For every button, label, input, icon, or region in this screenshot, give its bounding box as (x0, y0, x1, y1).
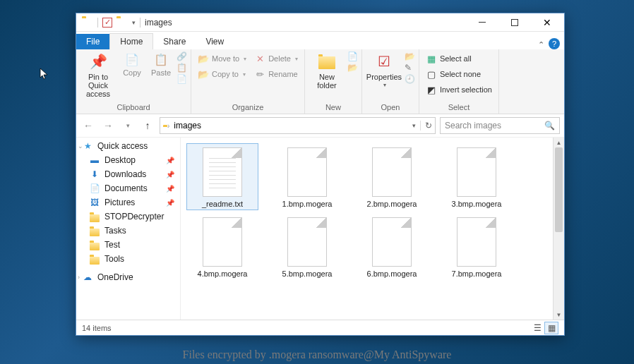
image-caption: Files encrypted by .mogera ransomware@My… (0, 348, 634, 361)
star-icon: ★ (82, 141, 93, 151)
copyto-icon: 📂 (198, 68, 209, 80)
nav-quick-access[interactable]: ⌄★Quick access (76, 139, 180, 153)
recent-locations-button[interactable]: ▾ (120, 118, 136, 133)
folder-icon (89, 226, 100, 236)
properties-button[interactable]: ☑ Properties▾ (366, 51, 402, 89)
nav-documents-label: Documents (104, 183, 148, 193)
tab-share[interactable]: Share (153, 34, 196, 49)
history-icon[interactable]: 🕘 (405, 74, 415, 84)
pin-label: Pin to Quick access (80, 73, 116, 98)
copy-to-button[interactable]: 📂Copy to▾ (195, 67, 249, 81)
nav-pictures[interactable]: 🖼Pictures📌 (76, 195, 180, 210)
move-icon: 📂 (198, 53, 209, 64)
new-folder-button[interactable]: New folder (309, 51, 345, 90)
small-clip-icon[interactable]: 🔗 (177, 51, 187, 61)
address-input[interactable]: › images ▾ ↻ (160, 117, 436, 134)
up-button[interactable]: ↑ (140, 118, 155, 133)
scroll-thumb[interactable] (555, 147, 563, 232)
unknown-file-icon (287, 147, 327, 197)
paste-button[interactable]: 📋 Paste (148, 51, 174, 77)
collapse-ribbon-button[interactable]: ⌃ (534, 40, 549, 49)
tab-home[interactable]: Home (109, 33, 153, 49)
paste-label: Paste (151, 68, 171, 77)
nav-downloads[interactable]: ⬇Downloads📌 (76, 167, 180, 181)
delete-button[interactable]: ✕Delete▾ (251, 51, 301, 66)
close-button[interactable]: ✕ (533, 13, 561, 32)
nav-quick-label: Quick access (97, 141, 148, 151)
file-item[interactable]: 4.bmp.mogera (186, 213, 258, 280)
file-grid[interactable]: _readme.txt1.bmp.mogera2.bmp.mogera3.bmp… (181, 138, 553, 320)
downloads-icon: ⬇ (89, 169, 100, 179)
tab-file[interactable]: File (76, 34, 109, 49)
nav-stopdecrypter[interactable]: STOPDecrypter (76, 210, 180, 224)
address-dropdown-icon[interactable]: ▾ (412, 122, 416, 129)
file-name: 3.bmp.mogera (452, 200, 502, 209)
nav-tools[interactable]: Tools (76, 252, 180, 266)
back-button[interactable]: ← (80, 118, 96, 133)
file-item[interactable]: 6.bmp.mogera (356, 213, 428, 280)
invert-selection-button[interactable]: ◩Invert selection (423, 83, 495, 97)
clipboard-group-label: Clipboard (80, 102, 187, 113)
file-name: 4.bmp.mogera (198, 269, 248, 279)
easy-access-icon[interactable]: 📂 (347, 63, 358, 73)
ribbon-group-organize: 📂Move to▾ 📂Copy to▾ ✕Delete▾ ✏Rename Org… (191, 49, 305, 114)
maximize-button[interactable] (501, 13, 529, 32)
nav-test-label: Test (104, 240, 120, 250)
paste-icon: 📋 (153, 51, 169, 67)
view-icons-button[interactable]: ▦ (544, 322, 558, 334)
rename-icon: ✏ (254, 68, 265, 80)
new-folder-icon (317, 51, 337, 71)
new-item-icon[interactable]: 📄 (347, 51, 358, 61)
file-item[interactable]: 1.bmp.mogera (271, 143, 343, 210)
file-item[interactable]: 5.bmp.mogera (271, 213, 343, 280)
mouse-cursor (40, 68, 49, 83)
item-count: 14 items (82, 324, 112, 332)
new-group-label: New (309, 102, 358, 113)
refresh-button[interactable]: ↻ (420, 121, 432, 131)
file-item[interactable]: 3.bmp.mogera (441, 143, 513, 210)
nav-documents[interactable]: 📄Documents📌 (76, 181, 180, 195)
nav-desktop[interactable]: ▬Desktop📌 (76, 153, 180, 167)
pin-icon: 📌 (88, 51, 108, 71)
forward-button[interactable]: → (100, 118, 116, 133)
minimize-button[interactable] (468, 13, 496, 32)
ribbon-group-clipboard: 📌 Pin to Quick access 📄 Copy 📋 Paste 🔗 📋… (76, 49, 191, 114)
file-name: 6.bmp.mogera (367, 269, 417, 279)
rename-button[interactable]: ✏Rename (251, 67, 301, 81)
scroll-down-button[interactable]: ▼ (554, 310, 564, 320)
ribbon-tabs: File Home Share View ⌃ ? (76, 32, 564, 49)
search-placeholder: Search images (445, 121, 501, 131)
vertical-scrollbar[interactable]: ▲ ▼ (553, 138, 564, 320)
organize-group-label: Organize (195, 102, 301, 113)
search-input[interactable]: Search images 🔍 (440, 117, 560, 134)
moveto-label: Move to (212, 54, 239, 63)
pin-quick-access-button[interactable]: 📌 Pin to Quick access (80, 51, 116, 98)
file-item[interactable]: 2.bmp.mogera (356, 143, 428, 210)
view-details-button[interactable]: ☰ (530, 322, 544, 334)
qat-folder-icon[interactable] (116, 17, 128, 28)
nav-test[interactable]: Test (76, 238, 180, 252)
nav-tasks[interactable]: Tasks (76, 224, 180, 238)
ribbon-group-select: ▦Select all ▢Select none ◩Invert selecti… (419, 49, 499, 114)
pin-icon: 📌 (166, 171, 174, 178)
small-clip-icon2[interactable]: 📋 (177, 63, 187, 73)
nav-onedrive[interactable]: ›☁OneDrive (76, 270, 180, 284)
qat-dropdown[interactable]: ▾ (132, 19, 136, 26)
folder-icon (82, 17, 93, 28)
help-button[interactable]: ? (549, 38, 560, 49)
scroll-up-button[interactable]: ▲ (554, 138, 564, 147)
open-icon[interactable]: 📂 (405, 51, 415, 61)
file-item[interactable]: _readme.txt (186, 143, 258, 210)
edit-icon[interactable]: ✎ (405, 63, 415, 73)
explorer-window: ✓ ▾ images ✕ File Home Share View ⌃ ? 📌 … (76, 13, 565, 336)
folder-icon (89, 240, 100, 250)
select-none-button[interactable]: ▢Select none (423, 67, 495, 81)
small-clip-icon3[interactable]: 📄 (177, 74, 187, 84)
tab-view[interactable]: View (196, 34, 234, 49)
window-title: images (145, 18, 172, 28)
move-to-button[interactable]: 📂Move to▾ (195, 51, 249, 66)
select-all-button[interactable]: ▦Select all (423, 51, 495, 66)
file-item[interactable]: 7.bmp.mogera (441, 213, 513, 280)
qat-properties-icon[interactable]: ✓ (102, 18, 112, 28)
copy-button[interactable]: 📄 Copy (119, 51, 145, 77)
